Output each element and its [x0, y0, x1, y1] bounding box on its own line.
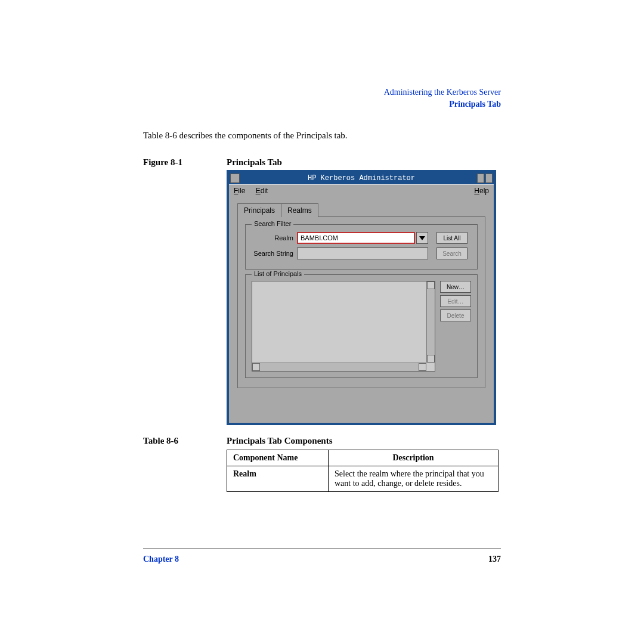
svg-marker-0 — [419, 236, 425, 240]
tab-principals[interactable]: Principals — [237, 203, 281, 217]
edit-button[interactable]: Edit… — [440, 295, 471, 307]
window-titlebar: HP Kerberos Administrator — [229, 172, 494, 184]
page-footer: Chapter 8 137 — [143, 555, 501, 564]
chapter-label: Chapter 8 — [143, 555, 179, 564]
scrollbar-horizontal[interactable] — [252, 363, 426, 371]
window-title: HP Kerberos Administrator — [308, 174, 415, 182]
menu-edit[interactable]: Edit — [256, 187, 268, 195]
scroll-right-icon[interactable] — [419, 363, 426, 371]
dropdown-arrow-icon[interactable] — [416, 232, 428, 244]
scroll-left-icon[interactable] — [252, 363, 260, 371]
menubar: File Edit Help — [229, 184, 494, 197]
window-min-icon[interactable] — [477, 174, 484, 183]
screenshot-window: HP Kerberos Administrator File Edit Help… — [227, 170, 496, 425]
header-subsection: Principals Tab — [143, 98, 501, 110]
delete-button[interactable]: Delete — [440, 309, 471, 321]
components-table: Component Name Description Realm Select … — [227, 450, 499, 492]
page-number: 137 — [488, 555, 501, 564]
search-filter-legend: Search Filter — [252, 220, 293, 227]
page-header: Administering the Kerberos Server Princi… — [143, 86, 501, 110]
window-menu-icon[interactable] — [230, 174, 240, 183]
scroll-up-icon[interactable] — [427, 281, 435, 289]
search-string-label: Search String — [252, 250, 297, 257]
menu-file[interactable]: File — [234, 187, 245, 195]
intro-text: Table 8-6 describes the components of th… — [143, 131, 501, 141]
table-row: Realm Select the realm where the princip… — [227, 466, 499, 492]
list-all-button[interactable]: List All — [436, 232, 467, 244]
list-of-principals-group: List of Principals — [245, 274, 478, 378]
scrollbar-vertical[interactable] — [426, 281, 435, 363]
header-section: Administering the Kerberos Server — [143, 86, 501, 98]
figure-title: Principals Tab — [227, 157, 282, 168]
search-string-input[interactable] — [297, 247, 428, 259]
table-title: Principals Tab Components — [227, 436, 333, 446]
figure-label: Figure 8-1 — [143, 157, 227, 168]
menu-help[interactable]: Help — [474, 187, 489, 196]
th-description: Description — [329, 450, 499, 466]
search-filter-group: Search Filter Realm BAMBI.COM — [245, 224, 478, 270]
cell-component-name: Realm — [227, 466, 329, 492]
table-label: Table 8-6 — [143, 436, 227, 446]
principals-listbox[interactable] — [252, 281, 435, 371]
scroll-down-icon[interactable] — [427, 355, 435, 363]
th-component-name: Component Name — [227, 450, 329, 466]
list-legend: List of Principals — [252, 270, 304, 277]
tab-realms[interactable]: Realms — [281, 203, 318, 217]
footer-rule — [143, 549, 501, 549]
search-button[interactable]: Search — [436, 247, 467, 259]
realm-dropdown[interactable]: BAMBI.COM — [297, 232, 415, 244]
new-button[interactable]: New… — [440, 281, 471, 293]
cell-description: Select the realm where the principal tha… — [329, 466, 499, 492]
realm-label: Realm — [252, 234, 297, 242]
window-max-icon[interactable] — [485, 174, 493, 183]
